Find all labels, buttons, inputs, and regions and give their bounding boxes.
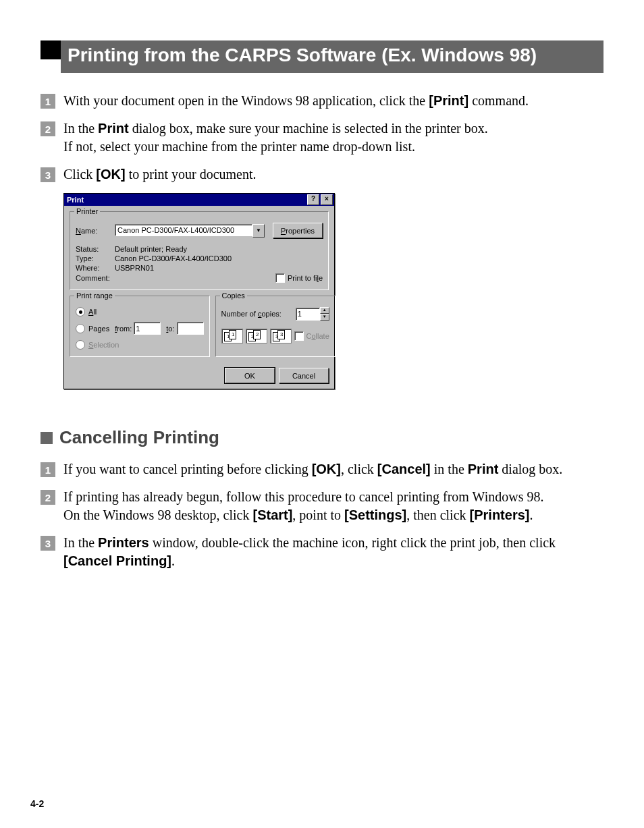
step-text: , point to [292, 507, 344, 522]
print-to-file-checkbox[interactable] [275, 273, 285, 283]
printer-group: Printer Name: Canon PC-D300/FAX-L400/ICD… [70, 211, 329, 290]
type-value: Canon PC-D300/FAX-L400/ICD300 [115, 254, 232, 263]
step-number: 3 [41, 167, 55, 182]
where-value: USBPRN01 [115, 264, 154, 272]
step-a3: 3 Click [OK] to print your document. [41, 165, 603, 184]
group-legend: Print range [74, 292, 115, 300]
step-b1: 1 If you want to cancel printing before … [41, 460, 603, 478]
bold: Printers [98, 535, 149, 550]
collate-graphic: 22 [246, 329, 267, 343]
step-text: to print your document. [126, 167, 257, 182]
name-label: Name: [76, 227, 115, 235]
cancel-button[interactable]: Cancel [279, 368, 329, 383]
to-label: to: [166, 325, 174, 333]
where-label: Where: [76, 264, 115, 272]
bold: [Cancel Printing] [63, 553, 171, 568]
step-text: command. [468, 93, 529, 108]
range-selection-label: Selection [88, 341, 119, 349]
sub-heading-text: Cancelling Printing [59, 427, 219, 448]
step-a1: 1 With your document open in the Windows… [41, 92, 603, 110]
comment-label: Comment: [76, 274, 115, 282]
bold: [Printers] [470, 507, 530, 522]
step-text: , then click [406, 507, 469, 522]
close-button[interactable]: × [321, 194, 333, 205]
range-pages-label: Pages [88, 325, 109, 333]
collate-checkbox [294, 331, 304, 341]
step-text: in the [431, 462, 468, 476]
step-text: dialog box, make sure your machine is se… [129, 121, 488, 136]
print-to-file-label: Print to file [288, 274, 323, 282]
step-text: With your document open in the Windows 9… [63, 93, 429, 108]
step-text: Click [63, 167, 96, 182]
bold: [Start] [252, 507, 292, 522]
collate-graphic: 11 [221, 329, 243, 343]
step-number: 1 [41, 94, 55, 109]
step-text: In the [63, 535, 98, 550]
step-text: If printing has already begun, follow th… [63, 489, 543, 504]
group-legend: Printer [74, 207, 100, 215]
help-button[interactable]: ? [307, 194, 319, 205]
bold: [Settings] [344, 507, 406, 522]
bold: [Print] [429, 93, 468, 108]
status-value: Default printer; Ready [115, 245, 187, 253]
step-number: 1 [41, 462, 55, 477]
step-number: 2 [41, 121, 55, 136]
range-all-radio[interactable] [76, 307, 85, 316]
bold: [Cancel] [377, 462, 431, 476]
sub-heading: Cancelling Printing [41, 427, 603, 448]
step-text: dialog box. [498, 462, 562, 476]
bold: Print [98, 121, 129, 136]
section-heading: Printing from the CARPS Software (Ex. Wi… [41, 40, 603, 73]
bold: [OK] [96, 167, 125, 182]
copies-input[interactable]: 1 [296, 308, 320, 321]
status-label: Status: [76, 245, 115, 253]
range-pages-radio[interactable] [76, 324, 85, 333]
step-b3: 3 In the Printers window, double-click t… [41, 534, 603, 570]
type-label: Type: [76, 254, 115, 263]
group-legend: Copies [220, 292, 247, 300]
ok-button[interactable]: OK [225, 368, 275, 383]
heading-text: Printing from the CARPS Software (Ex. Wi… [61, 40, 603, 73]
step-a2: 2 In the Print dialog box, make sure you… [41, 119, 603, 156]
step-text: window, double-click the machine icon, r… [149, 535, 556, 550]
from-label: from: [115, 325, 132, 333]
copies-spinner[interactable]: ▲▼ [320, 307, 329, 321]
properties-button[interactable]: Properties [273, 223, 323, 238]
from-input[interactable]: 1 [134, 322, 161, 335]
step-text: , click [341, 462, 377, 476]
print-dialog: Print ? × Printer Name: Canon PC-D300/FA… [63, 193, 335, 389]
step-text: . [529, 507, 533, 522]
to-input[interactable] [177, 322, 204, 335]
range-all-label: All [88, 308, 97, 316]
collate-label: Collate [306, 332, 329, 340]
collate-graphic: 33 [270, 329, 292, 343]
copies-group: Copies Number of copies: 1 ▲▼ 11 22 33 C… [215, 296, 336, 357]
range-selection-radio [76, 340, 85, 350]
copies-label: Number of copies: [221, 310, 281, 318]
page-number: 4-2 [30, 798, 44, 809]
bullet-square-icon [41, 432, 53, 444]
bold: [OK] [312, 462, 341, 476]
step-b2: 2 If printing has already begun, follow … [41, 488, 603, 524]
step-number: 2 [41, 490, 55, 505]
step-text: If not, select your machine from the pri… [63, 139, 415, 154]
step-text: . [171, 553, 175, 568]
step-text: In the [63, 121, 98, 136]
print-range-group: Print range All Pages from: 1 to: [70, 296, 210, 357]
step-text: On the Windows 98 desktop, click [63, 507, 252, 522]
bold: Print [468, 462, 499, 476]
dialog-title: Print [67, 196, 306, 204]
dropdown-button[interactable]: ▼ [252, 224, 265, 238]
dialog-titlebar[interactable]: Print ? × [64, 194, 334, 206]
step-text: If you want to cancel printing before cl… [63, 462, 312, 476]
step-number: 3 [41, 536, 55, 551]
printer-name-select[interactable]: Canon PC-D300/FAX-L400/ICD300 [115, 224, 252, 236]
